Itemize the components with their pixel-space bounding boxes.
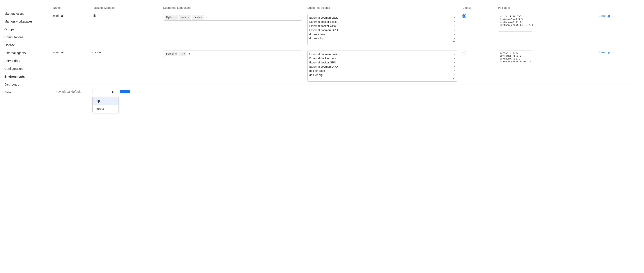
bottom-form: ▲ pip conda: [50, 84, 638, 99]
remove-agent[interactable]: ×: [454, 65, 455, 68]
packages-box-1[interactable]: python=3.8.12 ipykernel=5.5.3 ipython=7.…: [498, 50, 533, 68]
sidebar-item-configuration[interactable]: Configuration: [0, 65, 44, 73]
remove-agent[interactable]: ×: [454, 52, 455, 56]
agent-external-docker-basic: External docker basic×: [309, 56, 455, 60]
remove-agent[interactable]: ×: [454, 69, 455, 72]
row-0-packages: boto3==1.26.133 ipykernel==5.5.3 ipython…: [495, 11, 596, 48]
row-0-agents-container: External podman basic×External docker ba…: [307, 14, 457, 45]
sidebar-item-server-data[interactable]: Server data: [0, 57, 44, 65]
col-header-: [596, 4, 638, 11]
agent-docker-base: docker-base×: [309, 32, 455, 36]
agent-label: docker-big: [309, 37, 323, 40]
default-radio-1[interactable]: [462, 50, 466, 54]
agent-docker-base: docker-base×: [309, 69, 455, 73]
agent-external-podman-basic: External podman basic×: [309, 52, 455, 56]
lang-tag-scala: Scala ×: [192, 15, 204, 19]
sidebar-item-computations[interactable]: Computations: [0, 33, 44, 41]
agent-external-docker-gpu: External docker GPU×: [309, 24, 455, 28]
agent-label: docker-big: [309, 73, 323, 77]
package-manager-select[interactable]: ▲: [95, 88, 117, 95]
agent-external-podman-basic: External podman basic×: [309, 15, 455, 20]
agent-external-docker-gpu: External docker GPU×: [309, 60, 455, 64]
agent-label: External docker basic: [309, 20, 336, 23]
remove-agent[interactable]: ×: [454, 57, 455, 60]
remove-agent[interactable]: ×: [454, 28, 455, 32]
radio-inner: [463, 15, 466, 17]
cleanup-button-0[interactable]: Cleanup: [598, 14, 610, 17]
lang-tag-r: R ×: [179, 52, 186, 56]
remove-lang-kotlin[interactable]: ×: [188, 16, 190, 18]
row-0-lang-tags[interactable]: Python ×Kotlin ×Scala ×▼: [163, 14, 302, 20]
row-1-action: Cleanup: [596, 48, 638, 84]
row-1-agents-container: External podman basic×External docker ba…: [307, 50, 457, 82]
agent-label: External podman GPU: [309, 65, 338, 68]
agents-dropdown-arrow[interactable]: ▼: [452, 77, 455, 80]
main-content: NamePackage ManagerSupported LanguagesSu…: [44, 0, 644, 273]
agent-external-docker-basic: External docker basic×: [309, 20, 455, 24]
agent-docker-big: docker-big×: [309, 73, 455, 77]
remove-agent[interactable]: ×: [454, 20, 455, 23]
agent-label: docker-base: [309, 69, 325, 72]
agent-external-podman-gpu: External podman GPU×: [309, 28, 455, 32]
remove-agent[interactable]: ×: [454, 37, 455, 40]
sidebar-item-environments[interactable]: Environments: [0, 73, 44, 80]
default-radio-0[interactable]: [462, 14, 466, 18]
lang-tag-python: Python ×: [165, 52, 178, 56]
submit-button[interactable]: [120, 90, 130, 93]
remove-lang-python[interactable]: ×: [175, 52, 176, 55]
row-1-lang-tags[interactable]: Python ×R ×▼: [163, 50, 302, 57]
agent-label: External podman basic: [309, 16, 338, 19]
app-title: [0, 4, 44, 10]
remove-agent[interactable]: ×: [454, 61, 455, 64]
remove-agent[interactable]: ×: [454, 32, 455, 36]
lang-dropdown-arrow[interactable]: ▼: [188, 52, 191, 55]
row-0-languages[interactable]: Python ×Kotlin ×Scala ×▼: [160, 11, 305, 48]
remove-lang-scala[interactable]: ×: [201, 16, 202, 18]
sidebar-item-manage-workspaces[interactable]: Manage workspaces: [0, 17, 44, 25]
sidebar-item-external-agents[interactable]: External agents: [0, 49, 44, 57]
agent-docker-big: docker-big×: [309, 36, 455, 40]
app-layout: Manage usersManage workspacesGroupsCompu…: [0, 0, 644, 273]
chevron-down-icon: ▲: [111, 90, 114, 93]
remove-agent[interactable]: ×: [454, 24, 455, 27]
remove-agent[interactable]: ×: [454, 16, 455, 19]
row-0-action: Cleanup: [596, 11, 638, 48]
dropdown-option-pip[interactable]: pip: [93, 97, 118, 105]
new-default-input[interactable]: [53, 88, 92, 95]
col-header-supported-languages: Supported Languages: [160, 4, 305, 11]
row-0-package-manager: pip: [90, 11, 160, 48]
cleanup-button-1[interactable]: Cleanup: [598, 50, 610, 54]
sidebar-item-dashboard[interactable]: Dashboard: [0, 80, 44, 88]
agent-label: External podman basic: [309, 52, 338, 56]
remove-lang-python[interactable]: ×: [175, 16, 176, 18]
agent-label: External docker basic: [309, 57, 336, 60]
sidebar-item-data[interactable]: Data: [0, 88, 44, 96]
sidebar: Manage usersManage workspacesGroupsCompu…: [0, 0, 44, 273]
col-header-name: Name: [50, 4, 90, 11]
row-1-default[interactable]: [460, 48, 496, 84]
col-header-supported-agents: Supported Agents: [305, 4, 460, 11]
col-header-packages: Packages: [495, 4, 596, 11]
row-1-packages: python=3.8.12 ipykernel=5.5.3 ipython=7.…: [495, 48, 596, 84]
row-1-name: minimal: [50, 48, 90, 84]
row-0-agents-footer: ▼: [309, 40, 455, 43]
row-1-agents-footer: ▼: [309, 77, 455, 80]
sidebar-nav: Manage usersManage workspacesGroupsCompu…: [0, 10, 44, 96]
col-header-package-manager: Package Manager: [90, 4, 160, 11]
agent-external-podman-gpu: External podman GPU×: [309, 64, 455, 69]
environments-table: NamePackage ManagerSupported LanguagesSu…: [50, 4, 638, 84]
remove-agent[interactable]: ×: [454, 73, 455, 77]
sidebar-item-manage-users[interactable]: Manage users: [0, 10, 44, 17]
agents-dropdown-arrow[interactable]: ▼: [452, 40, 455, 43]
dropdown-option-conda[interactable]: conda: [93, 105, 118, 113]
table-row: minimalcondaPython ×R ×▼External podman …: [50, 48, 638, 84]
lang-dropdown-arrow[interactable]: ▼: [206, 16, 208, 19]
sidebar-item-license[interactable]: License: [0, 41, 44, 49]
row-0-default[interactable]: [460, 11, 496, 48]
row-1-languages[interactable]: Python ×R ×▼: [160, 48, 305, 84]
packages-box-0[interactable]: boto3==1.26.133 ipykernel==5.5.3 ipython…: [498, 14, 533, 31]
sidebar-item-groups[interactable]: Groups: [0, 25, 44, 33]
row-1-agents: External podman basic×External docker ba…: [305, 48, 460, 84]
remove-lang-r[interactable]: ×: [183, 52, 185, 55]
agent-label: docker-base: [309, 32, 325, 36]
